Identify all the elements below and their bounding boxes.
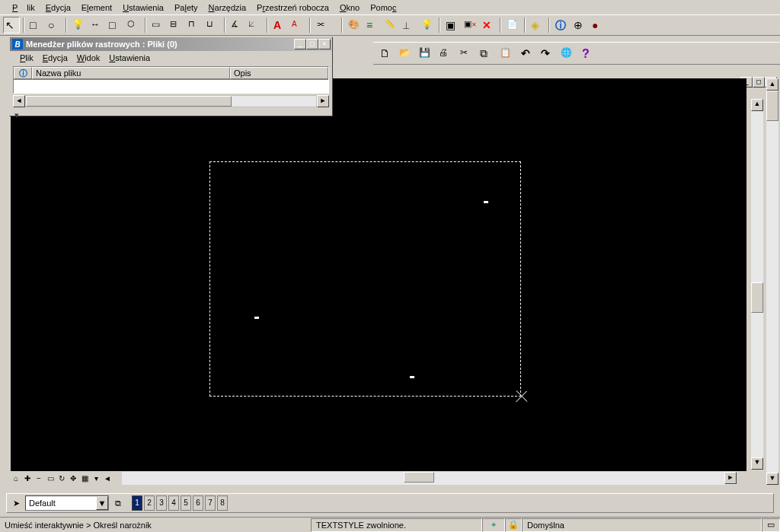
delete-tool[interactable] xyxy=(480,17,497,33)
vm-plus[interactable]: ✚ xyxy=(22,473,33,484)
menu-element[interactable]: Element xyxy=(77,2,117,14)
view-2[interactable]: 2 xyxy=(144,495,155,511)
raster-scroll-right[interactable]: ► xyxy=(317,95,329,107)
ov-scroll-up[interactable]: ▲ xyxy=(766,78,778,91)
v-scroll-up[interactable]: ▲ xyxy=(751,99,763,111)
angle-tool[interactable]: ∡ xyxy=(229,17,245,33)
raster-scroll-left[interactable]: ◄ xyxy=(13,95,25,107)
open-button[interactable] xyxy=(396,44,414,62)
cut-button[interactable] xyxy=(457,44,475,62)
record-tool[interactable] xyxy=(590,17,606,33)
print-button[interactable] xyxy=(436,44,454,62)
v-scroll-down[interactable]: ▼ xyxy=(751,457,763,470)
view-dd-icon[interactable]: ➤ xyxy=(8,495,24,511)
raster-scroll-thumb[interactable] xyxy=(26,96,232,107)
palette-tool[interactable] xyxy=(346,17,363,33)
chain-tool[interactable]: ⫘ xyxy=(314,17,331,33)
raster-title-bar[interactable]: B Menedżer plików rastrowych : Pliki (0)… xyxy=(10,37,332,51)
vm-view[interactable]: ▦ xyxy=(79,473,90,484)
new-button[interactable] xyxy=(376,44,395,62)
vm-minus[interactable]: − xyxy=(34,473,44,484)
text-tool[interactable] xyxy=(271,17,288,33)
measure-tool[interactable] xyxy=(401,17,417,33)
vm-window[interactable]: ▭ xyxy=(45,473,56,484)
view-5[interactable]: 5 xyxy=(181,495,191,511)
vm-pan[interactable]: ✥ xyxy=(68,473,78,484)
menu-settings[interactable]: Ustawienia xyxy=(118,2,168,14)
raster-close-button[interactable]: ✕ xyxy=(318,39,331,49)
maximize-outer-button[interactable]: □ xyxy=(753,77,765,88)
redo-button[interactable] xyxy=(538,44,556,62)
raster-minimize-button[interactable]: _ xyxy=(294,39,306,49)
raster-file-list[interactable]: ⓘ Nazwa pliku Opis xyxy=(13,66,329,94)
vm-rotate[interactable]: ↻ xyxy=(56,473,67,484)
view-3[interactable]: 3 xyxy=(156,495,167,511)
view-windows-btn[interactable]: ⧉ xyxy=(110,495,126,511)
menu-edit[interactable]: Edycja xyxy=(41,2,75,14)
ov-scroll-down[interactable]: ▼ xyxy=(766,473,778,485)
undo-button[interactable] xyxy=(518,44,536,62)
web-button[interactable] xyxy=(558,44,576,62)
status-lock[interactable]: 🔒 xyxy=(505,518,522,532)
misc-tool[interactable]: ⬡ xyxy=(125,17,142,33)
menu-tools[interactable]: Narzędzia xyxy=(204,2,251,14)
raster-col-desc[interactable]: Opis xyxy=(230,67,328,79)
vm-expand[interactable]: ▾ xyxy=(91,473,101,484)
level-dropdown[interactable]: Default ▼ xyxy=(25,495,109,511)
angle2-tool[interactable]: ⟀ xyxy=(247,17,264,33)
align4-tool[interactable]: ⊔ xyxy=(204,17,221,33)
menu-workspace[interactable]: Przestrzeń robocza xyxy=(252,2,334,14)
window-tool[interactable] xyxy=(443,17,460,33)
view-6[interactable]: 6 xyxy=(193,495,203,511)
raster-col-name[interactable]: Nazwa pliku xyxy=(32,67,230,79)
view-8[interactable]: 8 xyxy=(217,495,228,511)
view-1[interactable]: 1 xyxy=(132,495,142,511)
canvas-v-scrollbar[interactable]: ▲ ▼ xyxy=(751,99,763,470)
menu-window[interactable]: Okno xyxy=(335,2,364,14)
menu-file[interactable]: Plik xyxy=(8,2,40,14)
view-tool[interactable] xyxy=(46,17,62,33)
raster-expand-toggle[interactable]: ▾ xyxy=(10,110,332,120)
drawing-canvas[interactable] xyxy=(11,78,746,471)
win-del-tool[interactable]: ▣✕ xyxy=(462,17,478,33)
raster-menu-view[interactable]: Widok xyxy=(73,53,104,63)
help-button[interactable] xyxy=(579,44,597,62)
pointer-tool[interactable] xyxy=(3,17,20,33)
idea-tool[interactable] xyxy=(70,17,87,33)
layers-tool[interactable] xyxy=(364,17,381,33)
rect-tool[interactable] xyxy=(107,17,123,33)
raster-h-scrollbar[interactable]: ◄ ► xyxy=(13,95,329,107)
align-top-tool[interactable] xyxy=(149,17,166,33)
menu-palettes[interactable]: Palety xyxy=(170,2,203,14)
status-snap[interactable]: ⌖ xyxy=(482,518,505,532)
raster-menu-edit[interactable]: Edycja xyxy=(39,53,72,63)
align-bot-tool[interactable]: ⊓ xyxy=(186,17,203,33)
raster-menu-settings[interactable]: Ustawienia xyxy=(105,53,154,63)
ruler-tool[interactable]: 📏 xyxy=(382,17,399,33)
menu-help[interactable]: Pomoc xyxy=(366,2,401,14)
v-scroll-thumb[interactable] xyxy=(751,282,763,313)
canvas-h-scrollbar[interactable]: ► xyxy=(122,472,737,485)
doc-tool[interactable] xyxy=(504,17,521,33)
h-scroll-right[interactable]: ► xyxy=(724,472,737,484)
bulb2-tool[interactable] xyxy=(419,17,436,33)
h-scroll-thumb[interactable] xyxy=(404,472,434,483)
vm-left[interactable]: ◄ xyxy=(102,473,113,484)
raster-menu-file[interactable]: Plik xyxy=(16,53,37,63)
save-button[interactable] xyxy=(416,44,434,62)
view-7[interactable]: 7 xyxy=(205,495,216,511)
copy-button[interactable] xyxy=(477,44,495,62)
raster-maximize-button[interactable]: □ xyxy=(306,39,318,49)
text2-tool[interactable] xyxy=(289,17,306,33)
outer-v-scrollbar[interactable]: ▲ ▼ xyxy=(766,78,778,485)
fence-tool[interactable] xyxy=(27,17,44,33)
paste-button[interactable] xyxy=(497,44,515,62)
status-end[interactable]: ▭ xyxy=(762,518,780,532)
stack-tool[interactable] xyxy=(529,17,545,33)
raster-col-info[interactable]: ⓘ xyxy=(14,67,32,79)
target-tool[interactable] xyxy=(571,17,588,33)
align-mid-tool[interactable]: ⊟ xyxy=(168,17,184,33)
info-tool[interactable] xyxy=(553,17,570,33)
pan-tool[interactable] xyxy=(88,17,105,33)
ov-scroll-thumb[interactable] xyxy=(766,91,778,121)
